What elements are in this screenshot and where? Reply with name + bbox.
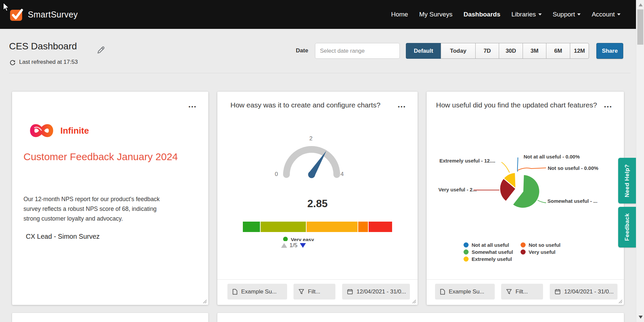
callout-not-so-useful: Not so useful - 0.00% [548, 165, 598, 171]
calendar-icon [347, 289, 353, 294]
nav-item-dashboards[interactable]: Dashboards [464, 11, 500, 18]
range-button-12m[interactable]: 12M [570, 43, 589, 59]
resize-handle-icon[interactable] [203, 300, 207, 304]
pager-down-icon[interactable] [300, 243, 306, 248]
nav-item-libraries[interactable]: Libraries [512, 11, 542, 18]
infinite-logo-icon [28, 120, 55, 141]
callout-somewhat-useful: Somewhat useful - ... [547, 198, 597, 204]
header-divider [9, 73, 631, 73]
page-scrollbar[interactable] [636, 0, 644, 322]
date-range-input[interactable] [315, 43, 400, 59]
share-button[interactable]: Share [596, 43, 623, 59]
filter-icon [506, 289, 512, 294]
report-author: CX Lead - Simon Survez [26, 233, 100, 240]
chevron-down-icon [617, 13, 621, 15]
card-menu-button[interactable]: ••• [189, 104, 197, 109]
date-range-chip[interactable]: 12/04/2021 - 31/0... [342, 284, 410, 300]
last-refreshed-text: Last refreshed at 17:53 [19, 59, 78, 65]
bar-segment-amber [307, 222, 358, 232]
range-button-today[interactable]: Today [441, 43, 476, 59]
gauge-max-label: 4 [338, 171, 346, 178]
edit-title-button[interactable] [97, 46, 105, 54]
filter-chip[interactable]: Filt... [293, 284, 335, 300]
card-footer-divider [427, 279, 624, 280]
smartsurvey-logo-icon [10, 8, 23, 21]
brand[interactable]: SmartSurvey [10, 0, 78, 29]
range-button-30d[interactable]: 30D [499, 43, 523, 59]
legend-item[interactable]: Not so useful [521, 242, 560, 248]
resize-handle-icon[interactable] [619, 300, 623, 304]
nav-item-account[interactable]: Account [592, 11, 621, 18]
scrollbar-up-icon[interactable] [639, 3, 643, 6]
legend-dot-darkred [521, 249, 526, 255]
resize-handle-icon[interactable] [412, 300, 416, 304]
card-report: ••• Infinite Customer Feedback January 2… [12, 92, 208, 305]
date-range-group: Default Today 7D 30D 3M 6M 12M [406, 43, 589, 59]
filter-icon [299, 289, 304, 294]
gauge-legend: Very easy [283, 237, 314, 241]
card-partial [12, 313, 208, 322]
gauge-min-label: 0 [272, 171, 280, 178]
report-body: Our 12-month NPS report for our product'… [23, 194, 169, 224]
survey-chip[interactable]: Example Su... [435, 284, 495, 300]
survey-chip[interactable]: Example Su... [227, 284, 287, 300]
callout-not-at-all-useful: Not at all useful - 0.00% [524, 154, 580, 159]
legend-dot-orange [521, 242, 526, 247]
gauge-chart [217, 92, 418, 280]
card-partial [217, 313, 624, 322]
card-footer-divider [217, 279, 418, 280]
filter-chip[interactable]: Filt... [501, 284, 543, 300]
callout-extremely-useful: Extremely useful - 12.... [439, 158, 495, 164]
date-label: Date [296, 47, 308, 54]
pie-card-title: How useful did you find the updated char… [436, 100, 597, 110]
page-title: CES Dashboard [9, 41, 77, 52]
card-menu-button[interactable]: ••• [604, 104, 612, 109]
range-button-default[interactable]: Default [406, 43, 441, 59]
calendar-icon [555, 289, 560, 294]
card-menu-button[interactable]: ••• [398, 104, 406, 109]
range-button-6m[interactable]: 6M [546, 43, 570, 59]
pie-legend-column-2: Not so useful Very useful [521, 242, 560, 255]
bar-segment-red [369, 222, 392, 232]
scrollbar-thumb[interactable] [637, 9, 643, 45]
pie-legend-column-1: Not at all useful Somewhat useful Extrem… [464, 242, 513, 262]
gauge-value: 2.85 [217, 198, 418, 210]
bar-segment-yellowgreen [261, 222, 306, 232]
gauge-mid-label: 2 [307, 135, 315, 142]
range-button-7d[interactable]: 7D [475, 43, 499, 59]
refresh-row: Last refreshed at 17:53 [9, 59, 78, 65]
feedback-tab[interactable]: Feedback [618, 207, 636, 247]
top-nav: SmartSurvey Home My Surveys Dashboards L… [0, 0, 644, 29]
pager-text: 1/5 [289, 242, 298, 249]
card-gauge: ••• How easy was it to create and config… [217, 92, 418, 305]
legend-item[interactable]: Very useful [521, 249, 560, 255]
legend-dot-green [464, 249, 469, 255]
legend-dot-green [283, 237, 288, 241]
legend-item[interactable]: Not at all useful [464, 242, 513, 248]
legend-dot-yellow [464, 257, 469, 262]
document-icon [232, 289, 237, 295]
document-icon [440, 289, 445, 295]
brand-name: SmartSurvey [28, 10, 78, 19]
legend-pager: 1/5 [281, 242, 306, 249]
refresh-icon[interactable] [9, 59, 16, 65]
nav-item-my-surveys[interactable]: My Surveys [419, 11, 452, 18]
score-color-bar [243, 222, 392, 232]
chevron-down-icon [577, 13, 581, 15]
need-help-tab[interactable]: Need Help? [618, 158, 636, 203]
nav-item-support[interactable]: Support [553, 11, 581, 18]
nav-item-home[interactable]: Home [391, 11, 408, 18]
legend-dot-blue [464, 242, 469, 247]
legend-item[interactable]: Somewhat useful [464, 249, 513, 255]
scrollbar-down-icon[interactable] [639, 316, 643, 319]
chevron-down-icon [538, 13, 542, 15]
bar-segment-orange [358, 222, 368, 232]
legend-item[interactable]: Extremely useful [464, 256, 513, 262]
nav-items: Home My Surveys Dashboards Libraries Sup… [391, 0, 621, 29]
infinite-brand-name: Infinite [60, 126, 89, 136]
bar-segment-green [243, 222, 260, 232]
infinite-logo-row: Infinite [28, 120, 89, 141]
pager-up-icon[interactable] [281, 243, 287, 248]
range-button-3m[interactable]: 3M [523, 43, 546, 59]
date-range-chip[interactable]: 12/04/2021 - 31/0... [550, 284, 618, 300]
